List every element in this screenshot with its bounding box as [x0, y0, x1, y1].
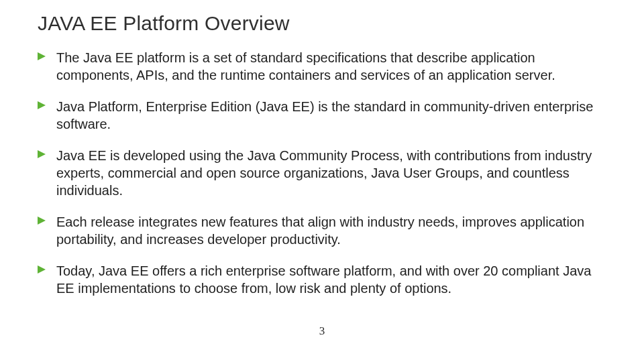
svg-marker-4 [38, 265, 46, 274]
bullet-list: The Java EE platform is a set of standar… [38, 50, 612, 298]
list-item: The Java EE platform is a set of standar… [52, 50, 612, 84]
list-item: Java Platform, Enterprise Edition (Java … [52, 99, 612, 133]
arrow-right-icon [38, 52, 47, 62]
list-item: Java EE is developed using the Java Comm… [52, 147, 612, 199]
arrow-right-icon [38, 101, 47, 111]
svg-marker-0 [38, 52, 46, 60]
arrow-right-icon [38, 217, 47, 226]
slide-title: JAVA EE Platform Overview [38, 12, 612, 35]
bullet-text: Java EE is developed using the Java Comm… [56, 148, 592, 197]
svg-marker-1 [38, 101, 46, 109]
bullet-text: The Java EE platform is a set of standar… [56, 50, 555, 82]
svg-marker-2 [38, 150, 46, 158]
page-number: 3 [0, 324, 644, 338]
arrow-right-icon [38, 265, 47, 275]
bullet-text: Java Platform, Enterprise Edition (Java … [56, 99, 593, 131]
list-item: Today, Java EE offers a rich enterprise … [52, 263, 612, 297]
bullet-text: Today, Java EE offers a rich enterprise … [56, 263, 591, 296]
slide: JAVA EE Platform Overview The Java EE pl… [0, 0, 644, 362]
bullet-text: Each release integrates new features tha… [56, 215, 584, 247]
arrow-right-icon [38, 150, 47, 160]
svg-marker-3 [38, 217, 46, 225]
list-item: Each release integrates new features tha… [52, 214, 612, 248]
